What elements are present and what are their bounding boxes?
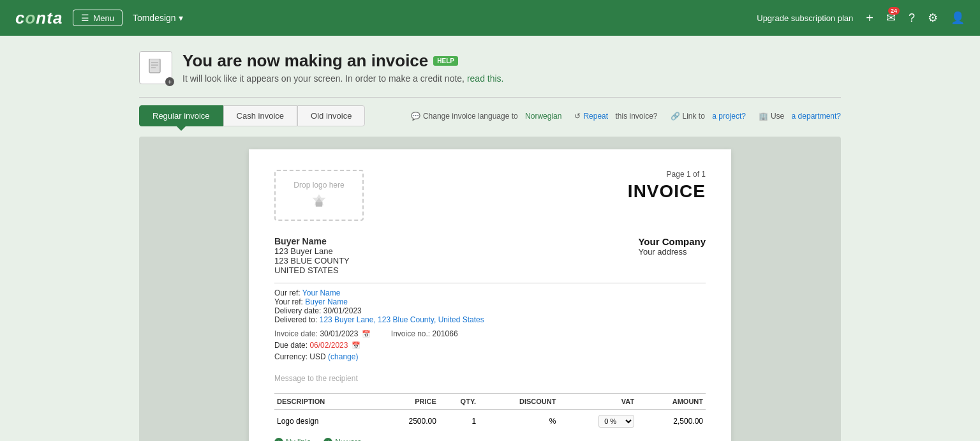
invoice-info-row: Buyer Name 123 Buyer Lane 123 BLUE COUNT… (274, 236, 706, 275)
plus-circle-icon-2: + (323, 438, 332, 441)
plus-circle-icon: + (274, 438, 283, 441)
our-ref-row: Our ref: Your Name (274, 288, 706, 297)
tab-regular-invoice[interactable]: Regular invoice (139, 105, 223, 126)
col-price: PRICE (376, 394, 438, 410)
row-amount: 2,500.00 (637, 410, 706, 433)
upgrade-link[interactable]: Upgrade subscription plan (757, 13, 853, 23)
page-title: You are now making an invoice HELP (182, 51, 503, 71)
logo: conta (15, 8, 63, 28)
due-date-row: Due date: 06/02/2023 📅 (274, 341, 706, 350)
currency-val: USD (309, 352, 325, 361)
tab-actions: 💬 Change invoice language to Norwegian ↺… (411, 112, 841, 121)
buyer-country: UNITED STATES (274, 265, 350, 275)
menu-label: Menu (93, 13, 114, 23)
delivered-to-val[interactable]: 123 Buyer Lane, 123 Blue County, United … (320, 315, 484, 324)
help-badge[interactable]: HELP (433, 56, 458, 66)
invoice-date-val[interactable]: 30/01/2023 (320, 329, 358, 338)
table-row: Logo design 2500.00 1 % 0 % 25 % 2,500.0… (274, 410, 706, 433)
col-description: DESCRIPTION (274, 394, 376, 410)
org-selector[interactable]: Tomdesign ▾ (133, 13, 183, 23)
invoice-title-block: Page 1 of 1 INVOICE (628, 170, 706, 202)
add-line-link[interactable]: + Ny linje (274, 438, 311, 441)
settings-icon[interactable]: ⚙ (928, 11, 938, 25)
col-qty: QTY. (439, 394, 479, 410)
change-language-action[interactable]: 💬 Change invoice language to Norwegian (411, 112, 562, 121)
header-text: You are now making an invoice HELP It wi… (182, 51, 503, 84)
menu-button[interactable]: ☰ Menu (73, 10, 122, 26)
company-address[interactable]: Your address (638, 247, 706, 257)
buyer-name[interactable]: Buyer Name (274, 236, 350, 246)
row-price[interactable]: 2500.00 (376, 410, 438, 433)
tab-cash-invoice[interactable]: Cash invoice (223, 105, 297, 126)
col-amount: AMOUNT (637, 394, 706, 410)
hamburger-icon: ☰ (81, 13, 89, 23)
message-field[interactable]: Message to the recipient (274, 374, 706, 383)
delivered-to-row: Delivered to: 123 Buyer Lane, 123 Blue C… (274, 315, 706, 324)
your-ref-row: Your ref: Buyer Name (274, 297, 706, 306)
invoice-top: Drop logo here Page 1 of 1 INVOICE (274, 170, 706, 221)
invoice-date-group: Invoice date: 30/01/2023 📅 (274, 329, 371, 338)
calendar-icon-2[interactable]: 📅 (352, 341, 360, 349)
invoice-divider-1 (274, 283, 706, 283)
delivery-date-val[interactable]: 30/01/2023 (323, 306, 362, 315)
invoice-icon: + (139, 51, 172, 84)
page-info: Page 1 of 1 (628, 170, 706, 179)
buyer-street: 123 Buyer Lane (274, 246, 350, 256)
calendar-icon-1[interactable]: 📅 (362, 330, 371, 338)
navbar: conta ☰ Menu Tomdesign ▾ Upgrade subscri… (0, 0, 980, 36)
content-area: + You are now making an invoice HELP It … (139, 36, 841, 441)
your-ref-val[interactable]: Buyer Name (305, 297, 348, 306)
page-header: + You are now making an invoice HELP It … (139, 51, 841, 84)
delivery-date-row: Delivery date: 30/01/2023 (274, 306, 706, 315)
row-description[interactable]: Logo design (274, 410, 376, 433)
currency-row: Currency: USD (change) (274, 352, 706, 361)
invoice-dates: Invoice date: 30/01/2023 📅 Invoice no.: … (274, 329, 706, 338)
new-invoice-badge: + (165, 77, 174, 86)
our-ref-val[interactable]: Your Name (302, 288, 341, 297)
invoice-preview: Drop logo here Page 1 of 1 INVOICE (249, 149, 731, 441)
page-subtitle: It will look like it appears on your scr… (182, 73, 503, 84)
row-discount[interactable]: % (479, 410, 558, 433)
add-links: + Ny linje + Ny vare (274, 438, 706, 441)
row-qty[interactable]: 1 (439, 410, 479, 433)
buyer-info: Buyer Name 123 Buyer Lane 123 BLUE COUNT… (274, 236, 350, 275)
vat-select[interactable]: 0 % 25 % (598, 415, 634, 428)
chevron-down-icon: ▾ (179, 13, 183, 23)
due-date-val[interactable]: 06/02/2023 (309, 341, 348, 350)
tab-old-invoice[interactable]: Old invoice (297, 105, 365, 126)
buyer-city: 123 BLUE COUNTY (274, 256, 350, 265)
main-wrapper: + You are now making an invoice HELP It … (0, 36, 980, 441)
read-this-link[interactable]: read this. (467, 73, 504, 84)
invoice-preview-wrapper: Drop logo here Page 1 of 1 INVOICE (139, 137, 841, 441)
use-department-action[interactable]: 🏢 Use a department? (759, 112, 841, 121)
company-name[interactable]: Your Company (638, 236, 706, 247)
company-info: Your Company Your address (638, 236, 706, 275)
invoice-type-tabs: Regular invoice Cash invoice Old invoice (139, 105, 365, 126)
tabs-row: Regular invoice Cash invoice Old invoice… (139, 105, 841, 131)
col-vat: VAT (558, 394, 637, 410)
invoice-no-group: Invoice no.: 201066 (391, 329, 458, 338)
change-currency-link[interactable]: (change) (328, 352, 358, 361)
org-name: Tomdesign (133, 13, 176, 23)
svg-rect-0 (149, 59, 160, 73)
help-icon[interactable]: ? (909, 11, 915, 25)
invoice-no-val[interactable]: 201066 (433, 329, 458, 338)
repeat-invoice-action[interactable]: ↺ Repeat this invoice? (574, 112, 657, 121)
link-to-project-action[interactable]: 🔗 Link to a project? (671, 112, 746, 121)
invoice-title: INVOICE (628, 181, 706, 202)
date-group-left: Invoice date: 30/01/2023 📅 Invoice no.: … (274, 329, 458, 338)
add-item-link[interactable]: + Ny vare (323, 438, 361, 441)
col-discount: DISCOUNT (479, 394, 558, 410)
row-vat[interactable]: 0 % 25 % (558, 410, 637, 433)
header-divider (139, 97, 841, 98)
mail-icon[interactable]: ✉ 24 (886, 11, 896, 25)
mail-badge: 24 (888, 7, 900, 15)
invoice-table: DESCRIPTION PRICE QTY. DISCOUNT VAT AMOU… (274, 393, 706, 433)
plus-icon[interactable]: + (866, 11, 873, 26)
language-link[interactable]: Norwegian (525, 112, 561, 121)
user-icon[interactable]: 👤 (951, 11, 965, 25)
ref-block: Our ref: Your Name Your ref: Buyer Name … (274, 288, 706, 324)
svg-rect-4 (316, 202, 323, 207)
logo-drop-zone[interactable]: Drop logo here (274, 170, 364, 221)
